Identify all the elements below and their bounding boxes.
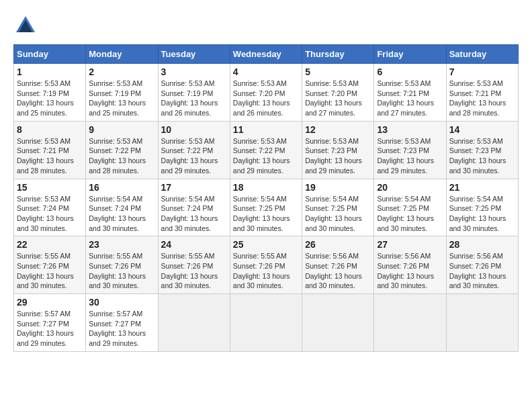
sunrise-label: Sunrise: 5:55 AM [17,252,71,260]
sunrise-label: Sunrise: 5:53 AM [233,137,287,145]
daylight-label: Daylight: 13 hours and 30 minutes. [449,156,506,175]
sunrise-label: Sunrise: 5:53 AM [17,195,71,203]
daylight-label: Daylight: 13 hours and 28 minutes. [89,156,146,175]
sunrise-label: Sunrise: 5:53 AM [17,79,71,87]
day-number: 20 [377,182,443,193]
day-info: Sunrise: 5:53 AM Sunset: 7:19 PM Dayligh… [17,79,83,118]
sunrise-label: Sunrise: 5:54 AM [377,195,431,203]
daylight-label: Daylight: 13 hours and 30 minutes. [377,272,434,290]
daylight-label: Daylight: 13 hours and 30 minutes. [17,214,74,232]
daylight-label: Daylight: 13 hours and 27 minutes. [305,99,362,117]
sunset-label: Sunset: 7:19 PM [161,89,214,97]
day-number: 2 [89,66,154,77]
day-header-monday: Monday [86,45,158,64]
calendar-cell: 17 Sunrise: 5:54 AM Sunset: 7:24 PM Dayl… [158,179,230,236]
calendar-cell: 19 Sunrise: 5:54 AM Sunset: 7:25 PM Dayl… [302,179,374,236]
day-info: Sunrise: 5:54 AM Sunset: 7:25 PM Dayligh… [305,194,371,234]
day-number: 5 [305,66,371,77]
day-number: 10 [161,124,227,135]
day-header-thursday: Thursday [302,45,374,64]
day-number: 4 [233,66,299,77]
daylight-label: Daylight: 13 hours and 30 minutes. [233,272,290,290]
calendar-cell: 21 Sunrise: 5:54 AM Sunset: 7:25 PM Dayl… [446,179,518,236]
day-number: 7 [449,66,515,77]
sunset-label: Sunset: 7:26 PM [377,262,429,270]
sunrise-label: Sunrise: 5:54 AM [89,195,142,203]
sunset-label: Sunset: 7:25 PM [449,204,502,212]
day-info: Sunrise: 5:57 AM Sunset: 7:27 PM Dayligh… [89,309,154,349]
daylight-label: Daylight: 13 hours and 30 minutes. [305,272,362,290]
day-info: Sunrise: 5:57 AM Sunset: 7:27 PM Dayligh… [17,309,83,349]
day-info: Sunrise: 5:56 AM Sunset: 7:26 PM Dayligh… [377,251,443,291]
calendar-cell: 20 Sunrise: 5:54 AM Sunset: 7:25 PM Dayl… [374,179,446,236]
calendar-week-3: 15 Sunrise: 5:53 AM Sunset: 7:24 PM Dayl… [14,179,519,236]
sunset-label: Sunset: 7:20 PM [305,89,357,97]
sunset-label: Sunset: 7:26 PM [233,262,285,270]
sunset-label: Sunset: 7:21 PM [377,89,429,97]
calendar-cell: 1 Sunrise: 5:53 AM Sunset: 7:19 PM Dayli… [14,64,86,122]
calendar-week-4: 22 Sunrise: 5:55 AM Sunset: 7:26 PM Dayl… [14,236,519,294]
daylight-label: Daylight: 13 hours and 26 minutes. [233,99,290,117]
day-number: 15 [17,182,83,193]
calendar-cell: 14 Sunrise: 5:53 AM Sunset: 7:23 PM Dayl… [446,121,518,179]
calendar-week-2: 8 Sunrise: 5:53 AM Sunset: 7:21 PM Dayli… [14,121,519,179]
daylight-label: Daylight: 13 hours and 30 minutes. [17,272,74,290]
day-header-tuesday: Tuesday [158,45,230,64]
page-header [13,13,519,38]
logo [13,13,42,38]
sunset-label: Sunset: 7:22 PM [161,146,214,154]
day-header-saturday: Saturday [446,45,518,64]
sunrise-label: Sunrise: 5:53 AM [449,79,503,87]
calendar-cell: 13 Sunrise: 5:53 AM Sunset: 7:23 PM Dayl… [374,121,446,179]
day-number: 13 [377,124,443,135]
sunrise-label: Sunrise: 5:57 AM [89,310,142,318]
calendar-cell [158,294,230,352]
day-info: Sunrise: 5:54 AM Sunset: 7:24 PM Dayligh… [89,194,154,234]
sunrise-label: Sunrise: 5:53 AM [233,79,287,87]
sunrise-label: Sunrise: 5:53 AM [305,137,359,145]
sunrise-label: Sunrise: 5:55 AM [233,252,287,260]
sunset-label: Sunset: 7:24 PM [161,204,214,212]
day-info: Sunrise: 5:53 AM Sunset: 7:20 PM Dayligh… [305,79,371,118]
calendar-cell: 26 Sunrise: 5:56 AM Sunset: 7:26 PM Dayl… [302,236,374,294]
day-info: Sunrise: 5:53 AM Sunset: 7:22 PM Dayligh… [161,136,227,176]
day-number: 17 [161,182,227,193]
day-info: Sunrise: 5:53 AM Sunset: 7:19 PM Dayligh… [161,79,227,118]
daylight-label: Daylight: 13 hours and 28 minutes. [449,99,506,117]
day-number: 23 [89,239,154,250]
day-info: Sunrise: 5:54 AM Sunset: 7:25 PM Dayligh… [449,194,515,234]
sunrise-label: Sunrise: 5:57 AM [17,310,71,318]
daylight-label: Daylight: 13 hours and 28 minutes. [17,156,74,175]
sunset-label: Sunset: 7:23 PM [449,146,502,154]
sunrise-label: Sunrise: 5:53 AM [89,79,142,87]
day-info: Sunrise: 5:53 AM Sunset: 7:23 PM Dayligh… [449,136,515,176]
day-info: Sunrise: 5:55 AM Sunset: 7:26 PM Dayligh… [161,251,227,291]
calendar-cell: 11 Sunrise: 5:53 AM Sunset: 7:22 PM Dayl… [230,121,302,179]
daylight-label: Daylight: 13 hours and 29 minutes. [161,156,218,175]
daylight-label: Daylight: 13 hours and 30 minutes. [233,214,290,232]
day-info: Sunrise: 5:56 AM Sunset: 7:26 PM Dayligh… [305,251,371,291]
sunset-label: Sunset: 7:26 PM [89,262,141,270]
sunset-label: Sunset: 7:20 PM [233,89,285,97]
sunset-label: Sunset: 7:26 PM [449,262,502,270]
sunset-label: Sunset: 7:26 PM [161,262,214,270]
sunrise-label: Sunrise: 5:53 AM [161,79,215,87]
day-info: Sunrise: 5:53 AM Sunset: 7:19 PM Dayligh… [89,79,154,118]
calendar-cell [374,294,446,352]
day-header-friday: Friday [374,45,446,64]
sunrise-label: Sunrise: 5:53 AM [377,137,431,145]
day-number: 22 [17,239,83,250]
sunrise-label: Sunrise: 5:56 AM [449,252,503,260]
daylight-label: Daylight: 13 hours and 30 minutes. [89,272,146,290]
day-info: Sunrise: 5:55 AM Sunset: 7:26 PM Dayligh… [233,251,299,291]
day-number: 8 [17,124,83,135]
day-info: Sunrise: 5:53 AM Sunset: 7:23 PM Dayligh… [377,136,443,176]
sunrise-label: Sunrise: 5:54 AM [449,195,503,203]
calendar-cell [230,294,302,352]
calendar-cell: 27 Sunrise: 5:56 AM Sunset: 7:26 PM Dayl… [374,236,446,294]
calendar-cell: 7 Sunrise: 5:53 AM Sunset: 7:21 PM Dayli… [446,64,518,122]
calendar-cell: 6 Sunrise: 5:53 AM Sunset: 7:21 PM Dayli… [374,64,446,122]
calendar-cell: 4 Sunrise: 5:53 AM Sunset: 7:20 PM Dayli… [230,64,302,122]
day-number: 19 [305,182,371,193]
day-number: 18 [233,182,299,193]
